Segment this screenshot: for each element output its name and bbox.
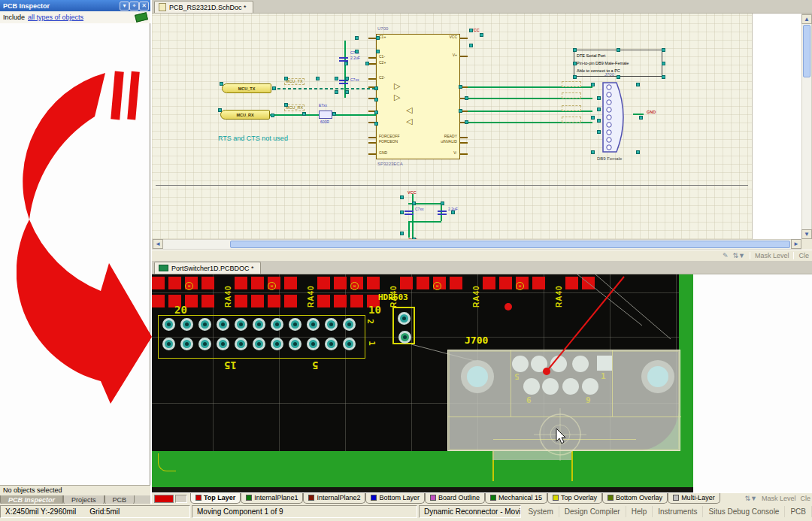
status-menu-system[interactable]: System: [523, 506, 559, 517]
annotate-icon[interactable]: ✎: [723, 252, 729, 259]
layer-tab-bar: Top LayerInternalPlane1InternalPlane2Bot…: [152, 492, 812, 504]
sort-filter-icon[interactable]: ⇅▼: [733, 252, 745, 259]
include-types-link[interactable]: all types of objects: [28, 14, 132, 21]
resistor-ref-label: RA40: [472, 285, 480, 307]
selection-handle: [639, 116, 643, 120]
selection-handle: [374, 86, 378, 90]
panel-title-bar[interactable]: PCB Inspector ▾ ⌖ ✕: [0, 0, 150, 11]
hscroll-thumb[interactable]: [230, 241, 790, 248]
ic-pin-stub: [460, 137, 468, 138]
status-menu-instruments[interactable]: Instruments: [653, 506, 703, 517]
schematic-vscrollbar[interactable]: ▲ ▼: [801, 14, 812, 239]
layer-tab-internalplane2[interactable]: InternalPlane2: [303, 493, 365, 504]
clear-button[interactable]: Cle: [800, 495, 810, 502]
smd-pad: [367, 277, 380, 289]
scroll-down-arrow[interactable]: ▼: [801, 229, 812, 239]
mask-level-button[interactable]: Mask Level: [755, 252, 789, 259]
header-pad: [253, 318, 265, 331]
header-pad: [180, 318, 193, 331]
schematic-canvas[interactable]: U700 SP3223ECA C1+ C1- C2+ C2- FORCEOFF …: [152, 14, 812, 239]
schematic-document-view: PCB_RS2321D.SchDoc * U700 SP3223ECA C1+ …: [152, 0, 812, 261]
cap-val: 2.2uF: [350, 56, 360, 60]
net-label-box[interactable]: [562, 92, 581, 98]
pin-icon[interactable]: ⌖: [129, 2, 139, 11]
selection-handle: [355, 50, 359, 53]
capacitor-symbol[interactable]: [438, 211, 447, 215]
layer-tab-internalplane1[interactable]: InternalPlane1: [241, 493, 303, 504]
component-origin-icon: ×: [185, 282, 193, 290]
schdoc-tab-label: PCB_RS2321D.SchDoc *: [169, 4, 247, 11]
scroll-right-arrow[interactable]: ►: [791, 239, 801, 249]
ic-pin-c1p: C1+: [379, 35, 386, 39]
ic-pin-stub: [368, 63, 376, 65]
selection-handle: [662, 75, 665, 79]
selection-handle: [345, 77, 349, 80]
header-pad: [289, 318, 301, 331]
pcb-canvas[interactable]: ××××× RA40RA40RA40RA40RA40 20 10 15 5 2 …: [152, 274, 812, 492]
separator: [793, 252, 794, 259]
layer-tab-label: InternalPlane2: [317, 494, 360, 501]
selection-handle: [636, 83, 640, 86]
schdoc-icon: [159, 3, 166, 11]
cap-ref: C7xx: [350, 78, 359, 82]
schematic-hscrollbar[interactable]: ◄ ►: [152, 239, 801, 250]
db9-connector-symbol[interactable]: [592, 78, 635, 156]
tab-schdoc[interactable]: PCB_RS2321D.SchDoc *: [154, 1, 253, 13]
vscroll-thumb[interactable]: [803, 25, 810, 77]
pcbdoc-tab-label: PortSwitcher1D.PCBDOC *: [171, 265, 254, 272]
capacitor-symbol[interactable]: [404, 211, 414, 215]
note-frame[interactable]: DTE Serial Port Pin-to-pin DB9 Male-Fema…: [574, 50, 662, 77]
header-pad: [325, 338, 338, 350]
smd-pad: [483, 277, 495, 289]
ferrite-body[interactable]: [319, 111, 332, 119]
selection-handle: [376, 50, 380, 53]
layer-tab-multi-layer[interactable]: Multi-Layer: [668, 493, 720, 504]
layer-tab-bottom-overlay[interactable]: Bottom Overlay: [602, 493, 668, 504]
smd-pad: [450, 277, 462, 289]
chevron-down-icon[interactable]: ▾: [120, 2, 129, 11]
scroll-up-arrow[interactable]: ▲: [801, 14, 812, 24]
layer-color-swatch: [308, 495, 314, 501]
selection-handle: [597, 130, 601, 134]
sort-filter-icon[interactable]: ⇅▼: [745, 495, 757, 502]
status-menu-pcb[interactable]: PCB: [785, 506, 812, 517]
close-icon[interactable]: ✕: [139, 2, 149, 11]
tab-pcbdoc[interactable]: PortSwitcher1D.PCBDOC *: [154, 262, 261, 274]
layer-color-swatch: [195, 495, 201, 501]
header-pad: [307, 318, 320, 331]
net-label-box[interactable]: [562, 105, 581, 111]
j700-pad: [582, 378, 598, 395]
status-menu-help[interactable]: Help: [626, 506, 653, 517]
j700-footprint[interactable]: 5 1 6 9: [447, 350, 680, 451]
header-num-20: 20: [174, 304, 187, 315]
workspace-outside: [693, 274, 812, 492]
selection-handle: [662, 62, 665, 65]
clear-button[interactable]: Cle: [798, 252, 809, 259]
layer-tab-label: Board Outline: [438, 494, 480, 501]
layer-tab-top-layer[interactable]: Top Layer: [190, 493, 241, 504]
port-mcu-tx[interactable]: MCU_TX: [222, 83, 271, 93]
layer-tab-bottom-layer[interactable]: Bottom Layer: [365, 493, 425, 504]
ic-pin-invalid: uINVALID: [432, 140, 457, 144]
layer-tab-top-overlay[interactable]: Top Overlay: [547, 493, 602, 504]
selection-handle: [271, 114, 274, 117]
net-label-box[interactable]: [562, 81, 581, 87]
mask-level-button[interactable]: Mask Level: [762, 495, 796, 502]
wire: [270, 114, 319, 116]
ic-pin-stub: [460, 56, 468, 57]
buffer-triangle: ◁: [406, 106, 412, 114]
ic-pin-stub: [368, 137, 376, 138]
status-menu-situs-debug-console[interactable]: Situs Debug Console: [703, 506, 785, 517]
status-menu-design-compiler[interactable]: Design Compiler: [559, 506, 626, 517]
j700-edge-tab: [492, 451, 571, 460]
layer-color-swatch: [673, 495, 679, 501]
scroll-left-arrow[interactable]: ◄: [153, 239, 163, 249]
ic-pin-c2m: C2-: [379, 76, 385, 80]
layer-tab-mechanical-15[interactable]: Mechanical 15: [485, 493, 547, 504]
net-label-box[interactable]: [562, 117, 581, 123]
port-mcu-rx[interactable]: MCU_RX: [220, 110, 270, 120]
j700-pad: [542, 378, 559, 395]
pad-num-9: 9: [586, 395, 591, 405]
layer-tab-board-outline[interactable]: Board Outline: [425, 493, 485, 504]
selection-handle: [469, 44, 473, 47]
